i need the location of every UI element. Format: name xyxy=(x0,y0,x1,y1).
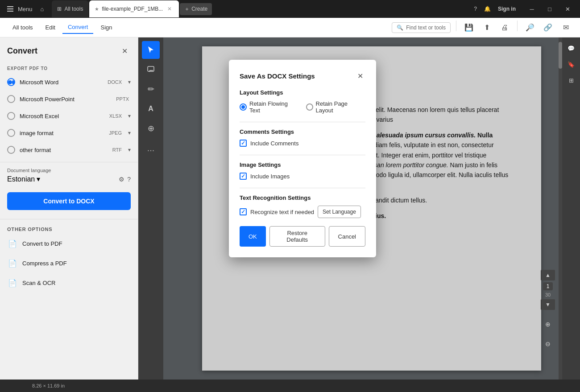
pencil-tool-button[interactable]: ✏ xyxy=(142,80,160,98)
modal-title: Save As DOCX Settings xyxy=(240,72,315,80)
scroll-down-button[interactable]: ▼ xyxy=(541,299,555,310)
modal-header: Save As DOCX Settings ✕ xyxy=(240,70,365,81)
comment-tool-button[interactable] xyxy=(142,61,160,78)
recognize-text-option[interactable]: ✓ Recognize text if needed xyxy=(240,208,314,215)
sidebar: Convert ✕ EXPORT PDF TO Microsoft Word D… xyxy=(0,37,138,380)
sidebar-header: Convert ✕ xyxy=(0,37,138,61)
main-content: Convert ✕ EXPORT PDF TO Microsoft Word D… xyxy=(0,37,580,380)
print-icon[interactable]: 🖨 xyxy=(497,21,512,35)
export-option-word[interactable]: Microsoft Word DOCX ▾ xyxy=(0,74,138,91)
export-option-image[interactable]: image format JPEG ▾ xyxy=(0,124,138,141)
recognize-text-checkbox[interactable]: ✓ xyxy=(240,208,247,215)
help-button[interactable]: ? xyxy=(474,6,477,12)
export-option-excel[interactable]: Microsoft Excel XLSX ▾ xyxy=(0,107,138,124)
tab-star-icon: ★ xyxy=(95,6,99,12)
view-icon[interactable]: 🔎 xyxy=(523,21,537,35)
viewer-scrollbar[interactable] xyxy=(559,37,562,380)
search-placeholder: Find text or tools xyxy=(406,25,446,31)
text-tool-button[interactable]: A xyxy=(142,100,160,118)
expand-word-icon[interactable]: ▾ xyxy=(128,79,131,85)
compress-label: Compress a PDF xyxy=(22,260,67,267)
home-button[interactable]: ⌂ xyxy=(36,3,49,15)
export-option-other[interactable]: other format RTF ▾ xyxy=(0,141,138,158)
radio-image[interactable] xyxy=(7,129,15,137)
convert-button[interactable]: Convert to DOCX xyxy=(7,192,131,210)
select-tool-button[interactable] xyxy=(142,41,160,59)
notification-bell-icon[interactable]: 🔔 xyxy=(484,6,491,12)
hamburger-icon xyxy=(7,6,13,12)
close-button[interactable]: ✕ xyxy=(559,0,576,18)
comments-settings-section: Comments Settings ✓ Include Comments xyxy=(240,128,365,147)
retain-page-radio[interactable] xyxy=(306,103,313,111)
expand-excel-icon[interactable]: ▾ xyxy=(128,113,131,119)
export-other-label: other format xyxy=(20,147,108,153)
pdf-tab[interactable]: ★ file-example_PDF_1MB... ✕ xyxy=(89,0,179,17)
share-icon[interactable]: 🔗 xyxy=(541,21,555,35)
email-icon[interactable]: ✉ xyxy=(559,21,573,35)
sign-in-button[interactable]: Sign in xyxy=(498,6,516,12)
include-images-checkbox[interactable]: ✓ xyxy=(240,173,247,180)
convert-pdf-icon: 📄 xyxy=(7,238,18,249)
menu-item-all-tools[interactable]: All tools xyxy=(7,21,38,33)
menu-button[interactable]: Menu xyxy=(4,4,36,14)
ok-button[interactable]: OK xyxy=(240,226,266,247)
menu-item-convert[interactable]: Convert xyxy=(62,21,94,34)
export-powerpoint-badge: PPTX xyxy=(116,96,129,102)
restore-defaults-button[interactable]: Restore Defaults xyxy=(269,226,325,247)
plus-icon: ＋ xyxy=(184,5,190,13)
other-option-ocr[interactable]: 📄 Scan & OCR xyxy=(0,273,138,293)
save-icon[interactable]: 💾 xyxy=(462,21,476,35)
language-selector[interactable]: Estonian ▾ xyxy=(7,175,40,183)
all-tools-label: All tools xyxy=(64,6,83,12)
expand-image-icon[interactable]: ▾ xyxy=(128,130,131,136)
page-size-label: 8.26 × 11.69 in xyxy=(32,383,65,388)
export-option-powerpoint[interactable]: Microsoft PowerPoint PPTX xyxy=(0,91,138,107)
divider-2 xyxy=(240,155,365,155)
radio-excel[interactable] xyxy=(7,112,15,120)
stamp-tool-button[interactable]: ⊕ xyxy=(142,120,160,137)
scroll-up-button[interactable]: ▲ xyxy=(541,270,555,281)
retain-flowing-radio[interactable] xyxy=(240,103,247,111)
bookmark-panel-button[interactable]: 🔖 xyxy=(564,57,578,71)
include-comments-option[interactable]: ✓ Include Comments xyxy=(240,140,365,147)
cancel-button[interactable]: Cancel xyxy=(329,226,365,247)
zoom-out-button[interactable]: ⊖ xyxy=(539,335,557,353)
other-option-convert-pdf[interactable]: 📄 Convert to PDF xyxy=(0,234,138,253)
language-name: Estonian xyxy=(7,175,35,183)
include-images-option[interactable]: ✓ Include Images xyxy=(240,173,365,180)
recognize-text-label: Recognize text if needed xyxy=(250,209,314,215)
include-comments-checkbox[interactable]: ✓ xyxy=(240,140,247,147)
more-tools-button[interactable]: ··· xyxy=(142,141,160,159)
set-language-button[interactable]: Set Language xyxy=(318,206,361,218)
tab-close-button[interactable]: ✕ xyxy=(166,5,174,13)
text-recognition-label: Text Recognition Settings xyxy=(240,194,365,201)
retain-flowing-text-option[interactable]: Retain Flowing Text xyxy=(240,100,299,114)
search-bar[interactable]: 🔍 Find text or tools xyxy=(392,22,451,33)
help-lang-icon[interactable]: ? xyxy=(127,176,131,183)
menu-item-edit[interactable]: Edit xyxy=(40,21,61,33)
scrollbar-thumb[interactable] xyxy=(559,42,562,69)
upload-icon[interactable]: ⬆ xyxy=(480,21,494,35)
radio-powerpoint[interactable] xyxy=(7,95,15,103)
include-images-label: Include Images xyxy=(250,173,290,180)
expand-other-icon[interactable]: ▾ xyxy=(128,147,131,153)
pdf-viewer: ✏ A ⊕ ··· Lorem ipsum Lorem ipsum dolor … xyxy=(138,37,580,380)
comment-panel-button[interactable]: 💬 xyxy=(564,41,578,55)
doc-language-section: Document language Estonian ▾ ⚙ ? xyxy=(0,166,138,187)
modal-close-button[interactable]: ✕ xyxy=(355,70,365,81)
text-recognition-section: Text Recognition Settings ✓ Recognize te… xyxy=(240,194,365,218)
menu-item-sign[interactable]: Sign xyxy=(95,21,117,33)
radio-word[interactable] xyxy=(7,78,15,86)
sidebar-close-button[interactable]: ✕ xyxy=(118,45,131,57)
retain-page-layout-option[interactable]: Retain Page Layout xyxy=(306,100,365,114)
all-tools-tab[interactable]: ⊞ All tools xyxy=(52,0,88,17)
new-tab-button[interactable]: ＋ Create xyxy=(180,3,212,15)
radio-other[interactable] xyxy=(7,146,15,154)
zoom-in-button[interactable]: ⊕ xyxy=(539,315,557,333)
other-option-compress[interactable]: 📄 Compress a PDF xyxy=(0,253,138,273)
grid-view-button[interactable]: ⊞ xyxy=(564,73,578,87)
settings-icon[interactable]: ⚙ xyxy=(119,176,124,183)
lang-dropdown-icon[interactable]: ▾ xyxy=(37,175,40,183)
maximize-button[interactable]: □ xyxy=(541,0,559,18)
minimize-button[interactable]: ─ xyxy=(523,0,541,18)
